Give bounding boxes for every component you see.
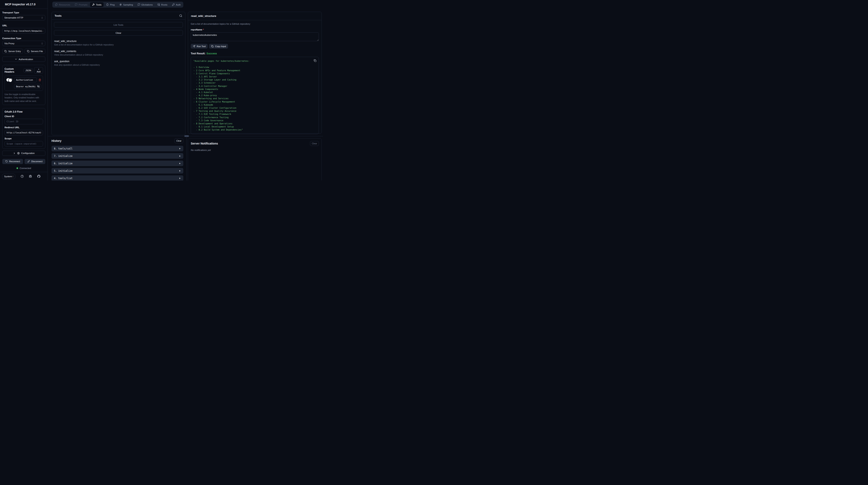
bug-icon (29, 175, 32, 178)
transport-type-select[interactable]: Streamable HTTP (2, 15, 45, 21)
param-value-input[interactable]: kubernetes/kubernetes (191, 32, 319, 41)
history-item[interactable]: 5. initialize (52, 168, 183, 173)
tab-ping[interactable]: Ping (104, 2, 117, 7)
history-item[interactable]: 6. initialize (52, 161, 183, 166)
expand-arrow-icon (179, 155, 181, 157)
tab-elicitations[interactable]: Elicitations (135, 2, 155, 7)
debug-button[interactable] (29, 175, 32, 178)
expand-arrow-icon (179, 177, 181, 179)
history-item-label: 4. tools/list (54, 177, 72, 180)
clear-history-button[interactable]: Clear (175, 138, 183, 143)
url-label: URL (2, 24, 45, 27)
tab-prompts[interactable]: Prompts (73, 2, 90, 7)
tool-list-item[interactable]: read_wiki_contents View documentation ab… (54, 50, 183, 56)
expand-arrow-icon (179, 170, 181, 172)
server-notifications-title: Server Notifications (191, 142, 218, 145)
custom-headers-title: Custom Headers (4, 67, 22, 73)
reconnect-button[interactable]: Reconnect (2, 159, 23, 164)
copy-icon (27, 50, 29, 53)
tool-list-item[interactable]: read_wiki_structure Get a list of docume… (54, 40, 183, 46)
server-entry-label: Server Entry (8, 50, 21, 53)
server-notifications-panel: Server Notifications Clear No notificati… (188, 138, 322, 181)
chevrons-up-down-icon (12, 175, 14, 177)
configuration-toggle-button[interactable]: Configuration (2, 151, 45, 156)
tab-sampling[interactable]: Sampling (117, 2, 135, 7)
clear-tools-button[interactable]: Clear (54, 30, 183, 36)
key-icon (172, 3, 175, 6)
bell-icon (106, 3, 109, 6)
history-item-label: 6. initialize (54, 162, 72, 165)
unplug-icon (27, 160, 30, 163)
history-item-label: 8. tools/call (54, 147, 72, 150)
gear-icon (17, 152, 20, 155)
tab-label: Roots (161, 3, 167, 6)
help-button[interactable] (21, 175, 24, 178)
chevron-down-icon (14, 58, 17, 61)
eye-off-icon (37, 85, 40, 88)
oauth-title: OAuth 2.0 Flow (4, 110, 43, 113)
main-area: Resources Prompts Tools Ping Sampling El… (48, 0, 323, 181)
header-name-input[interactable] (14, 77, 37, 82)
run-tool-button[interactable]: Run Tool (191, 44, 208, 48)
headers-help-text: Use the toggle to enable/disable headers… (4, 93, 43, 103)
tool-name: read_wiki_structure (54, 40, 183, 43)
scope-input[interactable] (4, 141, 43, 147)
tool-result-status: Success (207, 52, 217, 55)
expand-arrow-icon (179, 162, 181, 164)
tab-label: Prompts (79, 3, 88, 6)
hash-icon (119, 3, 122, 6)
tools-panel: Tools List Tools Clear read_wiki_structu… (52, 12, 185, 135)
tab-resources[interactable]: Resources (53, 2, 72, 7)
tab-roots[interactable]: Roots (155, 2, 169, 7)
connection-type-select[interactable]: Via Proxy (2, 41, 45, 46)
history-item[interactable]: 7. initialize (52, 153, 183, 159)
transport-type-label: Transport Type (2, 11, 45, 14)
redirect-url-input[interactable] (4, 130, 43, 135)
github-icon (37, 175, 40, 178)
delete-header-button[interactable] (38, 78, 41, 81)
clear-notifications-button[interactable]: Clear (310, 141, 319, 146)
copy-result-button[interactable] (314, 59, 316, 62)
tab-tools[interactable]: Tools (90, 2, 103, 7)
expand-arrow-icon (179, 148, 181, 150)
client-id-input[interactable] (4, 119, 43, 124)
toggle-secret-visibility-button[interactable] (37, 85, 40, 88)
history-item-label: 5. initialize (54, 169, 72, 172)
list-tools-button[interactable]: List Tools (54, 22, 183, 28)
help-circle-icon (21, 175, 24, 178)
tool-description: View documentation about a GitHub reposi… (54, 54, 183, 56)
rotate-ccw-icon (5, 160, 8, 163)
server-entry-button[interactable]: Server Entry (2, 49, 23, 54)
tool-runner-panel: read_wiki_structure Get a list of docume… (188, 12, 322, 134)
history-item-label: 7. initialize (54, 155, 72, 158)
servers-file-button[interactable]: Servers File (25, 49, 45, 54)
history-item[interactable]: 8. tools/call (52, 146, 183, 151)
history-panel: History Clear 8. tools/call 7. initializ… (52, 138, 183, 181)
tool-list-item[interactable]: ask_question Ask any question about a Gi… (54, 60, 183, 66)
tab-label: Resources (59, 3, 70, 6)
tool-description: Ask any question about a GitHub reposito… (54, 64, 183, 66)
tools-panel-title: Tools (55, 14, 62, 17)
theme-select[interactable]: System (2, 174, 15, 179)
authentication-toggle-button[interactable]: Authentication (2, 57, 45, 62)
sidebar-body: Transport Type Streamable HTTP URL Conne… (0, 9, 48, 172)
header-enabled-toggle[interactable] (6, 78, 12, 82)
tool-runner-title: read_wiki_structure (191, 14, 216, 18)
history-item[interactable]: 4. tools/list (52, 175, 183, 181)
url-input[interactable] (2, 28, 45, 34)
tab-label: Tools (96, 3, 101, 6)
github-button[interactable] (37, 175, 40, 178)
disconnect-button[interactable]: Disconnect (25, 159, 45, 164)
tool-list: read_wiki_structure Get a list of docume… (52, 36, 185, 70)
tab-auth[interactable]: Auth (170, 2, 183, 7)
search-tools-button[interactable] (179, 14, 182, 17)
add-header-button[interactable]: + Add (34, 67, 43, 74)
copy-input-button[interactable]: Copy Input (209, 44, 228, 48)
sidebar: MCP Inspector v0.17.0 Transport Type Str… (0, 0, 48, 181)
required-marker: * (203, 28, 204, 31)
message-square-icon (137, 3, 140, 6)
tool-runner-description: Get a list of documentation topics for a… (191, 23, 319, 25)
json-button[interactable]: JSON (24, 68, 33, 72)
chevron-right-icon (13, 152, 16, 155)
connection-type-value: Via Proxy (4, 42, 14, 45)
